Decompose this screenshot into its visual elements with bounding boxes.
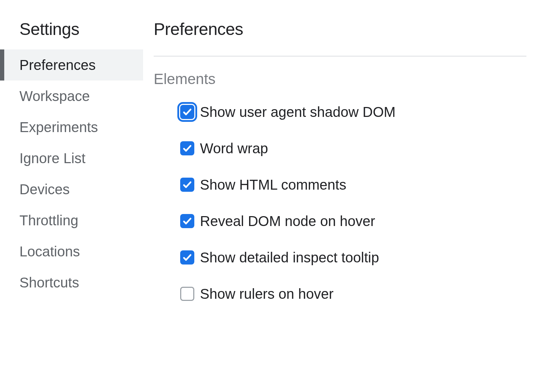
option-word-wrap[interactable]: Word wrap bbox=[180, 140, 526, 157]
option-label: Show rulers on hover bbox=[200, 285, 334, 302]
sidebar-item-ignore-list[interactable]: Ignore List bbox=[0, 143, 143, 174]
checkbox-show-user-agent-shadow-dom[interactable] bbox=[180, 105, 194, 119]
sidebar-item-label: Preferences bbox=[19, 57, 96, 73]
option-label: Show detailed inspect tooltip bbox=[200, 249, 379, 266]
check-icon bbox=[182, 253, 192, 262]
check-icon bbox=[182, 107, 192, 117]
sidebar-item-workspace[interactable]: Workspace bbox=[0, 81, 143, 112]
option-label: Show user agent shadow DOM bbox=[200, 103, 396, 120]
sidebar-item-preferences[interactable]: Preferences bbox=[0, 49, 143, 81]
option-show-detailed-inspect-tooltip[interactable]: Show detailed inspect tooltip bbox=[180, 249, 526, 266]
checkbox-word-wrap[interactable] bbox=[180, 141, 194, 155]
sidebar-item-label: Devices bbox=[19, 182, 70, 197]
divider bbox=[154, 56, 526, 57]
option-label: Show HTML comments bbox=[200, 176, 346, 193]
sidebar-item-label: Throttling bbox=[19, 213, 78, 228]
elements-section-title: Elements bbox=[154, 71, 526, 88]
option-label: Word wrap bbox=[200, 140, 268, 157]
option-reveal-dom-node-on-hover[interactable]: Reveal DOM node on hover bbox=[180, 213, 526, 230]
settings-sidebar: Settings Preferences Workspace Experimen… bbox=[0, 19, 143, 392]
sidebar-item-throttling[interactable]: Throttling bbox=[0, 205, 143, 236]
sidebar-item-label: Workspace bbox=[19, 88, 90, 104]
sidebar-item-devices[interactable]: Devices bbox=[0, 174, 143, 205]
sidebar-nav-list: Preferences Workspace Experiments Ignore… bbox=[0, 49, 143, 298]
checkbox-show-html-comments[interactable] bbox=[180, 178, 194, 192]
sidebar-item-label: Ignore List bbox=[19, 150, 85, 166]
sidebar-item-locations[interactable]: Locations bbox=[0, 236, 143, 267]
option-label: Reveal DOM node on hover bbox=[200, 213, 375, 230]
sidebar-item-label: Shortcuts bbox=[19, 275, 79, 290]
preferences-title: Preferences bbox=[154, 19, 526, 56]
check-icon bbox=[182, 143, 192, 153]
sidebar-item-label: Experiments bbox=[19, 119, 98, 135]
sidebar-item-experiments[interactable]: Experiments bbox=[0, 112, 143, 143]
option-show-user-agent-shadow-dom[interactable]: Show user agent shadow DOM bbox=[180, 103, 526, 120]
option-show-rulers-on-hover[interactable]: Show rulers on hover bbox=[180, 285, 526, 302]
preferences-panel: Preferences Elements Show user agent sha… bbox=[143, 19, 537, 392]
sidebar-item-shortcuts[interactable]: Shortcuts bbox=[0, 267, 143, 298]
elements-options-list: Show user agent shadow DOM Word wrap Sho… bbox=[154, 103, 526, 302]
option-show-html-comments[interactable]: Show HTML comments bbox=[180, 176, 526, 193]
check-icon bbox=[182, 180, 192, 190]
check-icon bbox=[182, 216, 192, 226]
checkbox-show-rulers-on-hover[interactable] bbox=[180, 287, 194, 301]
sidebar-item-label: Locations bbox=[19, 244, 80, 259]
settings-title: Settings bbox=[0, 19, 143, 49]
checkbox-reveal-dom-node-on-hover[interactable] bbox=[180, 214, 194, 228]
checkbox-show-detailed-inspect-tooltip[interactable] bbox=[180, 250, 194, 265]
